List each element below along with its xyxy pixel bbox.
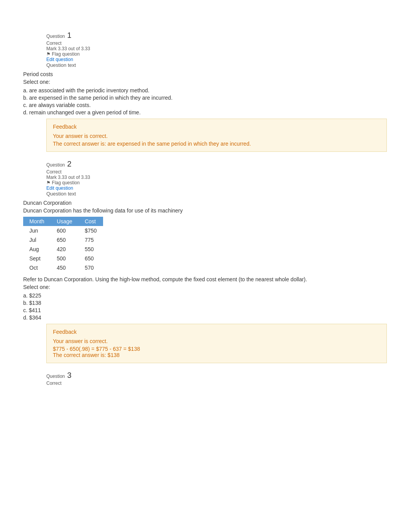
flag-icon: ⚑ — [46, 51, 51, 57]
table-row: Oct 450 570 — [23, 263, 103, 272]
question-1-feedback-correct: Your answer is correct. — [53, 133, 380, 139]
row-sept-usage: 500 — [51, 254, 78, 263]
question-1-header: Question 1 — [46, 31, 387, 40]
question-1-option-a[interactable]: a. are associated with the periodic inve… — [23, 87, 387, 93]
question-1-feedback-title: Feedback — [53, 124, 380, 130]
question-2-feedback-title: Feedback — [53, 329, 380, 335]
question-2-body: Refer to Duncan Corporation. Using the h… — [23, 276, 387, 282]
flag-label: Flag question — [52, 51, 80, 57]
row-jun-usage: 600 — [51, 226, 78, 235]
question-2-text-label: Question text — [46, 191, 387, 197]
question-1-feedback: Feedback Your answer is correct. The cor… — [46, 119, 387, 152]
question-2-option-c[interactable]: c. $411 — [23, 307, 387, 313]
question-2-number: 2 — [67, 160, 71, 168]
question-2-option-a[interactable]: a. $225 — [23, 292, 387, 299]
question-2-select-one: Select one: — [23, 284, 387, 290]
question-1-title: Period costs — [23, 71, 387, 77]
row-sept-month: Sept — [23, 254, 51, 263]
question-2-edit[interactable]: Edit question — [46, 185, 387, 191]
row-jul-month: Jul — [23, 235, 51, 245]
question-2-feedback: Feedback Your answer is correct. $775 - … — [46, 324, 387, 363]
row-aug-usage: 420 — [51, 245, 78, 254]
question-2-company-desc: Duncan Corporation has the following dat… — [23, 207, 387, 214]
duncan-corp-table: Month Usage Cost Jun 600 $750 Jul 650 77… — [23, 217, 103, 272]
question-2-flag[interactable]: ⚑ Flag question — [46, 180, 387, 185]
question-2-status: Correct — [46, 169, 387, 175]
question-2-company: Duncan Corporation — [23, 200, 387, 206]
question-1-select-one: Select one: — [23, 79, 387, 85]
row-jul-usage: 650 — [51, 235, 78, 245]
question-2-label: Question — [46, 162, 65, 168]
question-1-mark: Mark 3.33 out of 3.33 — [46, 46, 387, 51]
table-row: Jul 650 775 — [23, 235, 103, 245]
question-1-flag[interactable]: ⚑ Flag question — [46, 51, 387, 57]
table-header-month: Month — [23, 217, 51, 226]
question-2-header: Question 2 — [46, 160, 387, 168]
question-1-block: Question 1 Correct Mark 3.33 out of 3.33… — [23, 31, 387, 152]
question-1-option-c[interactable]: c. are always variable costs. — [23, 102, 387, 108]
flag-icon-2: ⚑ — [46, 180, 51, 185]
row-oct-cost: 570 — [78, 263, 103, 272]
row-jul-cost: 775 — [78, 235, 103, 245]
question-2-content: Duncan Corporation Duncan Corporation ha… — [23, 200, 387, 321]
table-row: Sept 500 650 — [23, 254, 103, 263]
question-1-label: Question — [46, 34, 65, 39]
row-jun-cost: $750 — [78, 226, 103, 235]
question-2-mark: Mark 3.33 out of 3.33 — [46, 175, 387, 180]
question-3-label: Question — [46, 374, 65, 379]
question-3-status: Correct — [46, 381, 387, 386]
question-2-block: Question 2 Correct Mark 3.33 out of 3.33… — [23, 160, 387, 363]
question-1-edit[interactable]: Edit question — [46, 57, 387, 62]
question-1-status: Correct — [46, 41, 387, 46]
question-1-option-d[interactable]: d. remain unchanged over a given period … — [23, 109, 387, 116]
table-header-cost: Cost — [78, 217, 103, 226]
row-oct-usage: 450 — [51, 263, 78, 272]
question-1-text-label: Question text — [46, 62, 387, 68]
question-2-feedback-correct: Your answer is correct. — [53, 338, 380, 344]
question-1-feedback-answer: The correct answer is: are expensed in t… — [53, 141, 380, 147]
row-aug-cost: 550 — [78, 245, 103, 254]
question-1-content: Period costs Select one: a. are associat… — [23, 71, 387, 116]
row-sept-cost: 650 — [78, 254, 103, 263]
row-jun-month: Jun — [23, 226, 51, 235]
table-header-usage: Usage — [51, 217, 78, 226]
table-row: Jun 600 $750 — [23, 226, 103, 235]
question-3-header: Question 3 — [46, 371, 387, 380]
table-row: Aug 420 550 — [23, 245, 103, 254]
row-aug-month: Aug — [23, 245, 51, 254]
row-oct-month: Oct — [23, 263, 51, 272]
question-1-number: 1 — [67, 31, 71, 40]
question-1-option-b[interactable]: b. are expensed in the same period in wh… — [23, 95, 387, 101]
question-2-option-b[interactable]: b. $138 — [23, 300, 387, 306]
question-2-feedback-answer: The correct answer is: $138 — [53, 352, 380, 358]
question-3-number: 3 — [67, 371, 71, 380]
question-2-option-d[interactable]: d. $364 — [23, 314, 387, 321]
question-3-block: Question 3 Correct — [23, 371, 387, 386]
question-2-feedback-calc: $775 - 650(.98) = $775 - 637 = $138 — [53, 346, 380, 352]
flag-label-2: Flag question — [52, 180, 80, 185]
